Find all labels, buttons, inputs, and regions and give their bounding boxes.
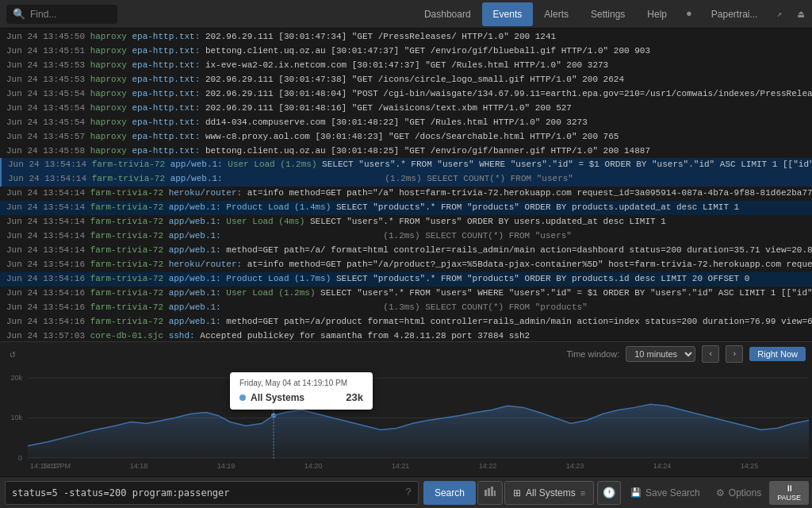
- log-line: Jun 24 13:45:53 haproxy epa-http.txt: 20…: [0, 73, 812, 87]
- nav-settings[interactable]: Settings: [580, 2, 636, 26]
- search-button[interactable]: Search: [423, 481, 476, 505]
- log-line: Jun 24 13:54:14 farm-trivia-72 app/web.1…: [0, 244, 812, 258]
- list-icon: ≡: [580, 488, 585, 498]
- time-window-select[interactable]: 10 minutes 30 minutes 1 hour: [626, 346, 695, 362]
- svg-text:14:22: 14:22: [479, 462, 496, 470]
- tooltip-dot: [239, 394, 246, 401]
- chart-toggle-button[interactable]: [477, 481, 503, 505]
- next-arrow[interactable]: ›: [726, 345, 743, 363]
- svg-text:14:21: 14:21: [392, 462, 409, 470]
- search-icon: 🔍: [13, 8, 25, 21]
- save-icon: 💾: [630, 487, 642, 498]
- svg-rect-18: [485, 490, 487, 496]
- search-input-area[interactable]: ?: [5, 481, 419, 505]
- save-search-label: Save Search: [645, 487, 700, 498]
- nav-papertrai[interactable]: Papertrai...: [700, 2, 769, 26]
- pause-icon: ⏸: [785, 483, 794, 493]
- svg-text:20k: 20k: [11, 374, 23, 382]
- nav-links: Dashboard Events Alerts Settings Help ● …: [413, 2, 812, 27]
- tooltip-date: Friday, May 04 at 14:19:10 PM: [239, 379, 363, 387]
- log-line: Jun 24 13:57:03 core-db-01.sjc sshd: Acc…: [0, 329, 812, 341]
- log-line: Jun 24 13:45:54 haproxy epa-http.txt: 20…: [0, 87, 812, 102]
- chart-tooltip: Friday, May 04 at 14:19:10 PM All System…: [230, 372, 373, 410]
- nav-search[interactable]: 🔍 Find...: [6, 5, 117, 24]
- log-line: Jun 24 13:45:54 haproxy epa-http.txt: dd…: [0, 116, 812, 130]
- chart-toolbar: ↺ Time window: 10 minutes 30 minutes 1 h…: [0, 342, 812, 366]
- logout-icon[interactable]: ⏏: [790, 2, 812, 27]
- top-nav: 🔍 Find... Dashboard Events Alerts Settin…: [0, 0, 812, 29]
- external-link-icon[interactable]: ↗: [769, 2, 791, 25]
- log-line: Jun 24 13:54:16 farm-trivia-72 app/web.1…: [0, 287, 812, 301]
- tooltip-value: 23k: [346, 391, 363, 403]
- prev-arrow[interactable]: ‹: [702, 345, 719, 363]
- svg-text:14:25: 14:25: [741, 462, 758, 470]
- log-line: Jun 24 13:54:14 farm-trivia-72 app/web.1…: [0, 229, 812, 244]
- all-systems-label: All Systems: [526, 487, 576, 498]
- log-line: Jun 24 13:54:14 farm-trivia-72 app/web.1…: [0, 215, 812, 229]
- svg-rect-19: [488, 488, 490, 496]
- tooltip-row: All Systems 23k: [239, 391, 363, 403]
- grid-icon: ⊞: [513, 487, 521, 498]
- log-line: Jun 24 13:54:14 farm-trivia-72 app/web.1…: [0, 158, 812, 172]
- chart-icon: [485, 487, 496, 496]
- time-window-label: Time window:: [566, 349, 619, 359]
- pause-label: PAUSE: [777, 494, 801, 502]
- log-line: Jun 24 13:54:14 farm-trivia-72 app/web.1…: [0, 201, 812, 215]
- refresh-icon[interactable]: ↺: [10, 348, 16, 360]
- save-search-button[interactable]: 💾 Save Search: [622, 481, 708, 505]
- nav-alerts[interactable]: Alerts: [533, 2, 580, 26]
- log-line: Jun 24 13:45:57 haproxy epa-http.txt: ww…: [0, 130, 812, 144]
- log-line: Jun 24 13:54:16 farm-trivia-72 app/web.1…: [0, 315, 812, 329]
- all-systems-button[interactable]: ⊞ All Systems ≡: [504, 481, 594, 505]
- pause-button[interactable]: ⏸ PAUSE: [769, 481, 809, 505]
- clock-button[interactable]: 🕐: [597, 481, 621, 505]
- svg-text:14:23: 14:23: [566, 462, 584, 470]
- log-line: Jun 24 13:54:16 farm-trivia-72 app/web.1…: [0, 272, 812, 287]
- clock-icon: 🕐: [603, 487, 615, 499]
- log-line: Jun 24 13:54:14 farm-trivia-72 app/web.1…: [0, 172, 812, 187]
- log-line: Jun 24 13:45:51 haproxy epa-http.txt: be…: [0, 44, 812, 59]
- log-line: Jun 24 13:45:54 haproxy epa-http.txt: 20…: [0, 102, 812, 116]
- search-input[interactable]: [12, 487, 402, 498]
- svg-text:0: 0: [18, 454, 22, 462]
- bottom-toolbar: ? Search ⊞ All Systems ≡ 🕐 💾 Save Search…: [0, 476, 812, 508]
- svg-text:14:19: 14:19: [217, 462, 235, 470]
- gear-icon: ⚙: [716, 487, 725, 498]
- svg-rect-20: [491, 487, 493, 496]
- nav-search-placeholder: Find...: [30, 9, 56, 20]
- log-line: Jun 24 13:45:53 haproxy epa-http.txt: ix…: [0, 59, 812, 73]
- log-line: Jun 24 13:45:58 haproxy epa-http.txt: be…: [0, 144, 812, 159]
- chart-section: ↺ Time window: 10 minutes 30 minutes 1 h…: [0, 341, 812, 476]
- help-circle-icon[interactable]: ●: [678, 2, 700, 26]
- nav-dashboard[interactable]: Dashboard: [413, 2, 482, 26]
- nav-help[interactable]: Help: [636, 2, 678, 26]
- svg-text:10k: 10k: [11, 414, 23, 421]
- svg-rect-21: [494, 491, 496, 496]
- log-line: Jun 24 13:54:14 farm-trivia-72 heroku/ro…: [0, 187, 812, 201]
- log-line: Jun 24 13:54:16 farm-trivia-72 heroku/ro…: [0, 258, 812, 272]
- right-now-button[interactable]: Right Now: [749, 347, 806, 361]
- chart-container: Friday, May 04 at 14:19:10 PM All System…: [0, 366, 812, 476]
- help-icon[interactable]: ?: [405, 487, 412, 498]
- svg-text:14:18: 14:18: [130, 462, 147, 470]
- log-line: Jun 24 13:54:16 farm-trivia-72 app/web.1…: [0, 301, 812, 315]
- options-button[interactable]: ⚙ Options: [708, 481, 769, 505]
- svg-text:14:16:10 PM: 14:16:10 PM: [30, 462, 71, 470]
- tooltip-series: All Systems: [251, 392, 304, 403]
- svg-text:14:20: 14:20: [304, 462, 322, 470]
- nav-events[interactable]: Events: [482, 2, 534, 26]
- log-line: Jun 24 13:45:50 haproxy epa-http.txt: 20…: [0, 30, 812, 44]
- chart-svg: 20k 10k 0 14:17 14:18 14:19 1: [0, 366, 812, 476]
- options-label: Options: [729, 487, 761, 498]
- svg-text:14:24: 14:24: [653, 462, 671, 470]
- log-area: Jun 24 13:45:50 haproxy epa-http.txt: 20…: [0, 29, 812, 341]
